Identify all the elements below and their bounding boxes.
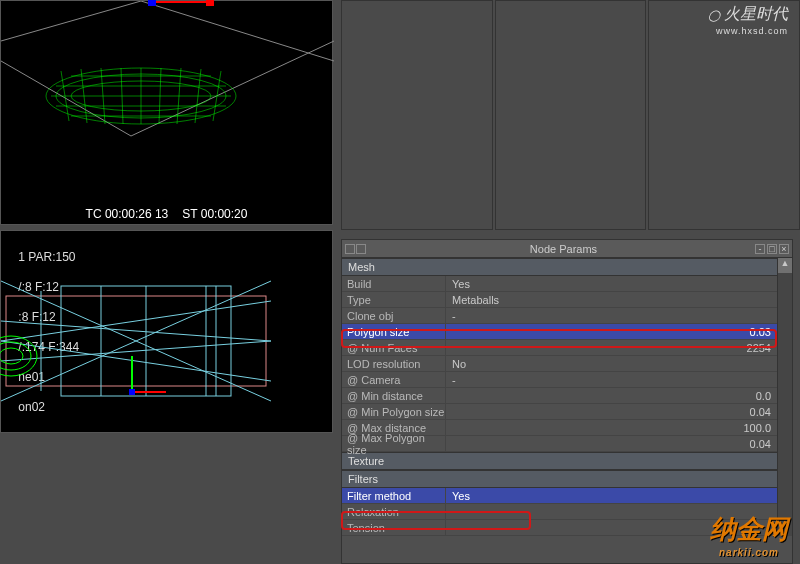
watermark-bottom: 纳金网 narkii.com bbox=[710, 512, 788, 558]
svg-line-0 bbox=[1, 1, 141, 41]
row-build[interactable]: Build Yes bbox=[342, 276, 777, 292]
row-min-polygon-size[interactable]: @ Min Polygon size 0.04 bbox=[342, 404, 777, 420]
svg-line-1 bbox=[141, 1, 334, 61]
svg-point-35 bbox=[0, 342, 31, 370]
metaball-mesh-side bbox=[0, 331, 51, 391]
titlebar-right-icons[interactable]: -□× bbox=[755, 244, 792, 254]
svg-point-36 bbox=[0, 348, 23, 364]
viewport-timecode: TC 00:00:26 13 ST 00:00:20 bbox=[1, 204, 332, 224]
preview-panel-2[interactable] bbox=[495, 0, 647, 230]
node-params-scrollbar[interactable]: ▲ bbox=[777, 258, 792, 536]
row-polygon-size[interactable]: Polygon size 0.03 bbox=[342, 324, 777, 340]
row-type[interactable]: Type Metaballs bbox=[342, 292, 777, 308]
viewport-perspective[interactable]: TC 00:00:26 13 ST 00:00:20 bbox=[0, 0, 333, 225]
node-params-title: Node Params bbox=[372, 243, 755, 255]
node-params-table: Mesh Build Yes Type Metaballs Clone obj … bbox=[342, 258, 777, 536]
section-mesh[interactable]: Mesh bbox=[342, 258, 777, 276]
row-num-faces[interactable]: @ Num Faces 2254 bbox=[342, 340, 777, 356]
viewport-side[interactable]: 1 PAR:150 /:8 F:12 :8 F:12 /:174 F:344 n… bbox=[0, 230, 333, 433]
row-max-polygon-size[interactable]: @ Max Polygon size 0.04 bbox=[342, 436, 777, 452]
node-params-titlebar[interactable]: Node Params -□× bbox=[342, 240, 792, 258]
row-camera[interactable]: @ Camera - bbox=[342, 372, 777, 388]
watermark-top: ◯ 火星时代 www.hxsd.com bbox=[708, 6, 788, 39]
row-clone-obj[interactable]: Clone obj - bbox=[342, 308, 777, 324]
timecode-tc: TC 00:00:26 13 bbox=[86, 207, 169, 221]
row-lod-resolution[interactable]: LOD resolution No bbox=[342, 356, 777, 372]
row-min-distance[interactable]: @ Min distance 0.0 bbox=[342, 388, 777, 404]
section-filters[interactable]: Filters bbox=[342, 470, 777, 488]
row-filter-method[interactable]: Filter method Yes bbox=[342, 488, 777, 504]
titlebar-left-icons[interactable] bbox=[342, 244, 372, 254]
scroll-up-icon[interactable]: ▲ bbox=[778, 258, 792, 273]
timecode-st: ST 00:00:20 bbox=[182, 207, 247, 221]
metaball-mesh bbox=[41, 61, 241, 131]
preview-panel-1[interactable] bbox=[341, 0, 493, 230]
scroll-track[interactable] bbox=[778, 273, 792, 536]
